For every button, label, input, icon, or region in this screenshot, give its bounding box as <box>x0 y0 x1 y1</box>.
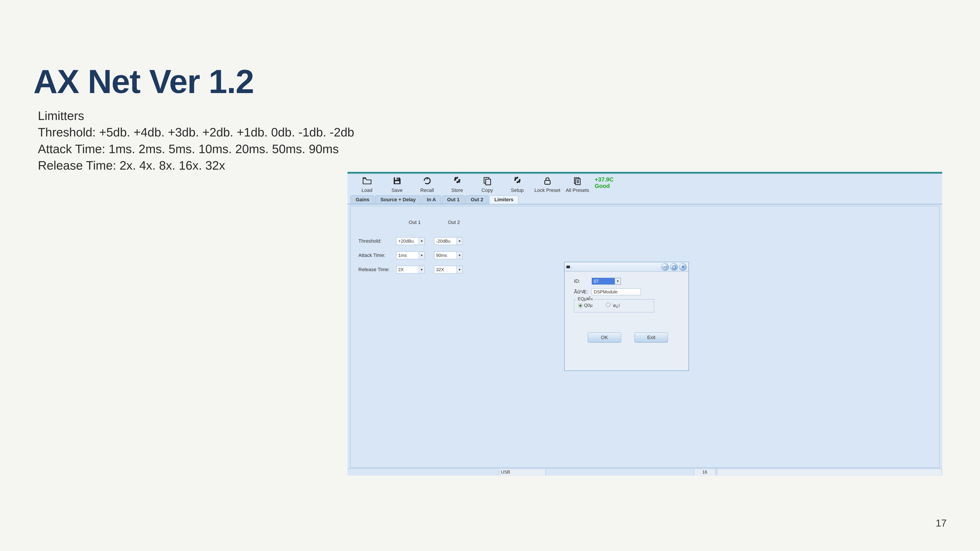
close-button[interactable]: ✕ <box>679 263 687 271</box>
lock-label: Lock Preset <box>535 187 560 193</box>
toolbar: Load Save Recall Store <box>347 174 942 195</box>
threshold-label: Threshold: <box>358 238 396 244</box>
copy-button[interactable]: Copy <box>472 175 502 195</box>
tab-out-2[interactable]: Out 2 <box>466 195 488 204</box>
col-header-out2: Out 2 <box>435 219 473 225</box>
release-out1-select[interactable]: 2X ▼ <box>396 266 425 273</box>
release-out2-select[interactable]: 32X ▼ <box>434 266 463 273</box>
chevron-down-icon: ▼ <box>419 238 425 245</box>
threshold-out1-select[interactable]: +20dBu ▼ <box>396 237 425 245</box>
attack-out2-select[interactable]: 90ms ▼ <box>434 252 463 259</box>
svg-rect-5 <box>485 179 490 185</box>
chevron-down-icon: ▼ <box>457 238 462 245</box>
status-temp: +37.9C <box>595 176 614 183</box>
store-button[interactable]: Store <box>442 175 472 195</box>
folder-open-icon <box>361 175 373 187</box>
recall-button[interactable]: Recall <box>412 175 442 195</box>
app-window: Load Save Recall Store <box>347 172 942 476</box>
store-label: Store <box>451 187 463 193</box>
threshold-out2-value: -20dBu <box>436 239 450 244</box>
svg-point-3 <box>456 179 458 181</box>
attack-out1-select[interactable]: 1ms ▼ <box>396 252 425 259</box>
gear-icon <box>512 175 523 187</box>
minimize-button[interactable]: — <box>661 263 669 271</box>
all-presets-button[interactable]: All Presets <box>562 175 592 195</box>
name-input[interactable]: DSPModule <box>592 289 641 295</box>
chevron-down-icon: ▼ <box>457 266 462 273</box>
release-label: Release Time: <box>358 267 396 273</box>
chevron-down-icon: ▼ <box>457 252 462 259</box>
presets-icon <box>572 175 583 187</box>
attack-out2-value: 90ms <box>436 253 447 258</box>
tab-limiters[interactable]: Limiters <box>489 195 519 204</box>
svg-point-6 <box>516 179 519 181</box>
tab-gains[interactable]: Gains <box>351 195 374 204</box>
radio-q-label: Q0µ <box>584 303 592 308</box>
store-icon <box>452 175 463 187</box>
limiters-pane: Out 1 Out 2 Threshold: +20dBu ▼ -20dBu ▼… <box>350 206 939 467</box>
ok-button[interactable]: OK <box>588 332 621 343</box>
threshold-out1-value: +20dBu <box>398 239 414 244</box>
load-button[interactable]: Load <box>352 175 382 195</box>
radio-bw[interactable]: ´ø¿í <box>606 303 620 308</box>
release-out2-value: 32X <box>436 267 444 272</box>
copy-icon <box>482 175 493 187</box>
save-label: Save <box>391 187 402 193</box>
tab-in-a[interactable]: In A <box>422 195 441 204</box>
dialog-title: . <box>571 265 572 269</box>
save-button[interactable]: Save <box>382 175 412 195</box>
attack-label: Attack Time: <box>358 252 396 258</box>
dialog-appicon <box>566 265 570 268</box>
save-icon <box>391 175 403 187</box>
status-value: 16 <box>694 469 716 475</box>
lock-preset-button[interactable]: Lock Preset <box>532 175 562 195</box>
setup-label: Setup <box>511 187 524 193</box>
dialog-titlebar[interactable]: . — ▢ ✕ <box>565 262 689 272</box>
eq-unit-label: EQµ¥Î» <box>576 296 594 302</box>
slide-title: AX Net Ver 1.2 <box>33 62 947 101</box>
page-number: 17 <box>935 518 947 529</box>
copy-label: Copy <box>482 187 493 193</box>
release-out1-value: 2X <box>398 267 404 272</box>
tab-bar: Gains Source + Delay In A Out 1 Out 2 Li… <box>347 195 942 204</box>
id-select[interactable]: 07 ▼ <box>592 278 621 284</box>
desc-line-threshold: Threshold: +5db. +4db. +3db. +2db. +1db.… <box>38 124 947 140</box>
radio-icon <box>578 303 583 308</box>
recall-label: Recall <box>420 187 434 193</box>
radio-icon <box>606 303 610 307</box>
all-presets-label: All Presets <box>566 187 589 193</box>
status-connection: USB <box>499 469 546 475</box>
status-readout: +37.9C Good <box>595 176 614 189</box>
svg-rect-1 <box>397 178 398 179</box>
col-header-out1: Out 1 <box>396 219 434 225</box>
threshold-out2-select[interactable]: -20dBu ▼ <box>434 237 463 245</box>
status-text: Good <box>595 183 614 189</box>
settings-dialog: . — ▢ ✕ ID: 07 ▼ Ãû³Æ: <box>564 262 689 371</box>
name-label: Ãû³Æ: <box>574 289 592 295</box>
name-value: DSPModule <box>594 289 617 295</box>
maximize-button[interactable]: ▢ <box>670 263 678 271</box>
desc-line-limitters: Limitters <box>38 108 947 124</box>
tab-source-delay[interactable]: Source + Delay <box>375 195 421 204</box>
desc-line-attack: Attack Time: 1ms. 2ms. 5ms. 10ms. 20ms. … <box>38 141 947 157</box>
radio-bw-label: ´ø¿í <box>612 303 620 308</box>
eq-unit-group: EQµ¥Î» Q0µ ´ø¿í <box>574 299 654 312</box>
chevron-down-icon: ▼ <box>615 278 620 284</box>
svg-rect-7 <box>544 180 550 184</box>
attack-out1-value: 1ms <box>398 253 407 258</box>
lock-icon <box>542 175 553 187</box>
exit-button[interactable]: Exit <box>635 332 668 343</box>
recall-icon <box>422 175 433 187</box>
load-label: Load <box>361 187 372 193</box>
id-label: ID: <box>574 278 592 284</box>
radio-q[interactable]: Q0µ <box>578 303 592 308</box>
status-bar: USB 16 <box>347 468 942 476</box>
tab-out-1[interactable]: Out 1 <box>442 195 465 204</box>
chevron-down-icon: ▼ <box>419 266 425 273</box>
id-value: 07 <box>594 279 599 284</box>
chevron-down-icon: ▼ <box>419 252 425 259</box>
desc-line-release: Release Time: 2x. 4x. 8x. 16x. 32x <box>38 157 947 174</box>
setup-button[interactable]: Setup <box>502 175 532 195</box>
svg-rect-2 <box>395 181 399 183</box>
